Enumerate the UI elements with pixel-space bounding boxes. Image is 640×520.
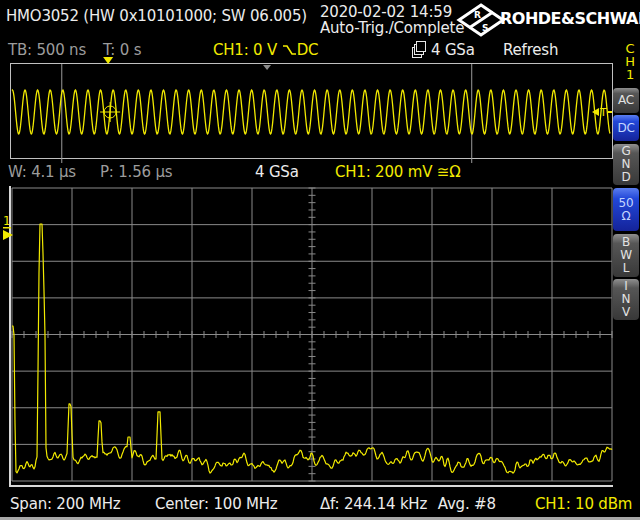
rbw-value: Δf: 244.14 kHz bbox=[320, 495, 427, 513]
oscilloscope-screen: HMO3052 (HW 0x10101000; SW 06.005) 2020-… bbox=[0, 0, 640, 520]
svg-text:1: 1 bbox=[3, 214, 10, 228]
window-center-marker bbox=[263, 65, 271, 70]
center-freq-readout: Center: 100 MHz bbox=[155, 496, 278, 512]
svg-text:S: S bbox=[482, 23, 488, 33]
softkey-label: D bbox=[613, 171, 639, 184]
sidebar-channel-label: CH1 bbox=[622, 42, 638, 81]
average-count: Avg. #8 bbox=[438, 495, 496, 513]
waveform-preview: T bbox=[0, 55, 620, 167]
rbw-avg-readout: Δf: 244.14 kHz Avg. #8 bbox=[320, 496, 496, 512]
svg-text:T: T bbox=[599, 106, 607, 119]
span-readout: Span: 200 MHz bbox=[10, 496, 120, 512]
datetime: 2020-02-02 14:59 bbox=[320, 4, 452, 20]
trigger-status: Auto-Trig./Complete bbox=[320, 20, 464, 36]
fft-display: 1 bbox=[0, 185, 620, 490]
trigger-position-marker bbox=[103, 57, 113, 64]
level-scale-readout: CH1: 10 dBm bbox=[535, 496, 632, 512]
svg-text:R: R bbox=[474, 10, 481, 20]
brand-name: ROHDE&SCHWARZ bbox=[500, 11, 640, 27]
device-title: HMO3052 (HW 0x10101000; SW 06.005) bbox=[6, 8, 307, 24]
